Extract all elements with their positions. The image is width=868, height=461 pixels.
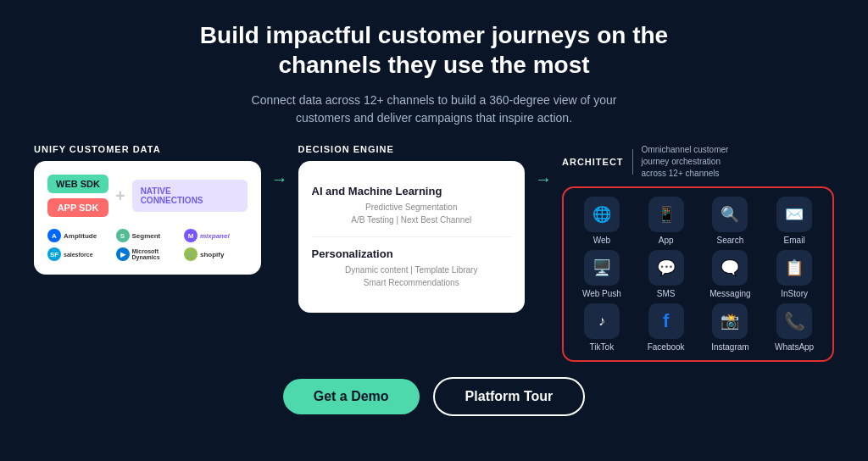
- amplitude-logo: A Amplitude: [47, 229, 111, 242]
- channel-messaging: 🗨️ Messaging: [701, 250, 760, 298]
- search-label: Search: [717, 236, 744, 245]
- subtitle-text: Connect data across 12+ channels to buil…: [252, 92, 617, 127]
- architect-card: 🌐 Web 📱 App 🔍 Search ✉️ Email 🖥️: [562, 186, 834, 362]
- whatsapp-icon: 📞: [776, 303, 812, 339]
- salesforce-logo: SF salesforce: [47, 247, 111, 261]
- decision-column: DECISION ENGINE AI and Machine Learning …: [298, 144, 526, 313]
- unify-label: UNIFY CUSTOMER DATA: [34, 144, 261, 154]
- arrow-1: →: [271, 144, 288, 189]
- native-connections-badge: NATIVECONNECTIONS: [132, 180, 248, 212]
- channel-sms: 💬 SMS: [637, 250, 696, 298]
- ai-sub: Predictive Segmentation A/B Testing | Ne…: [312, 201, 512, 226]
- instagram-icon: 📸: [712, 303, 748, 339]
- partner-logos: A Amplitude S Segment M mixpanel SF sale…: [47, 229, 248, 261]
- channel-grid: 🌐 Web 📱 App 🔍 Search ✉️ Email 🖥️: [572, 197, 824, 352]
- email-icon: ✉️: [776, 197, 812, 232]
- architect-desc: Omnichannel customer journey orchestrati…: [642, 144, 729, 180]
- unify-column: UNIFY CUSTOMER DATA WEB SDK APP SDK + NA…: [34, 144, 261, 275]
- channel-instagram: 📸 Instagram: [701, 303, 760, 352]
- ai-section: AI and Machine Learning Predictive Segme…: [312, 175, 512, 237]
- personalization-section: Personalization Dynamic content | Templa…: [312, 237, 512, 299]
- platform-tour-button[interactable]: Platform Tour: [433, 377, 586, 416]
- channel-search: 🔍 Search: [701, 197, 760, 245]
- channel-email: ✉️ Email: [765, 197, 824, 245]
- segment-logo: S Segment: [116, 229, 180, 242]
- web-sdk-badge: WEB SDK: [47, 175, 108, 193]
- web-push-icon: 🖥️: [584, 250, 620, 286]
- get-demo-button[interactable]: Get a Demo: [283, 379, 420, 414]
- arrow-2: →: [535, 144, 552, 189]
- facebook-label: Facebook: [648, 342, 685, 352]
- web-icon: 🌐: [584, 197, 620, 232]
- architect-header: ARCHITECT Omnichannel customer journey o…: [562, 144, 834, 180]
- email-label: Email: [784, 236, 805, 245]
- tiktok-icon: ♪: [584, 303, 620, 339]
- channel-facebook: f Facebook: [637, 303, 696, 352]
- shopify-logo: 🛒 shopify: [184, 247, 248, 261]
- personalization-sub: Dynamic content | Template Library Smart…: [312, 264, 512, 289]
- decision-card: AI and Machine Learning Predictive Segme…: [298, 161, 526, 313]
- architect-label: ARCHITECT: [562, 157, 624, 167]
- channel-web: 🌐 Web: [572, 197, 632, 245]
- tiktok-label: TikTok: [590, 342, 615, 352]
- channel-app: 📱 App: [637, 197, 696, 245]
- main-columns: UNIFY CUSTOMER DATA WEB SDK APP SDK + NA…: [34, 144, 834, 362]
- personalization-title: Personalization: [312, 247, 512, 260]
- messaging-icon: 🗨️: [712, 250, 748, 286]
- sms-icon: 💬: [648, 250, 684, 286]
- messaging-label: Messaging: [709, 289, 750, 298]
- plus-icon: +: [115, 186, 125, 206]
- buttons-row: Get a Demo Platform Tour: [283, 377, 586, 416]
- app-label: App: [659, 236, 674, 245]
- facebook-icon: f: [648, 303, 684, 339]
- app-icon: 📱: [648, 197, 684, 232]
- architect-divider: [632, 149, 633, 175]
- ai-title: AI and Machine Learning: [312, 185, 512, 197]
- channel-instory: 📋 InStory: [765, 250, 824, 298]
- web-label: Web: [593, 236, 610, 245]
- mixpanel-logo: M mixpanel: [184, 229, 248, 242]
- channel-tiktok: ♪ TikTok: [572, 303, 632, 352]
- unify-card: WEB SDK APP SDK + NATIVECONNECTIONS A Am…: [34, 161, 261, 275]
- microsoft-logo: ▶ MicrosoftDynamics: [116, 247, 180, 261]
- instagram-label: Instagram: [711, 342, 748, 352]
- main-title: Build impactful customer journeys on the…: [200, 20, 668, 80]
- web-push-label: Web Push: [582, 289, 621, 298]
- whatsapp-label: WhatsApp: [775, 342, 814, 352]
- app-sdk-badge: APP SDK: [47, 198, 108, 217]
- instory-icon: 📋: [776, 250, 812, 286]
- channel-whatsapp: 📞 WhatsApp: [765, 303, 824, 352]
- search-icon: 🔍: [712, 197, 748, 232]
- decision-label: DECISION ENGINE: [298, 144, 526, 154]
- architect-column: ARCHITECT Omnichannel customer journey o…: [562, 144, 834, 362]
- channel-web-push: 🖥️ Web Push: [572, 250, 632, 298]
- instory-label: InStory: [781, 289, 808, 298]
- sms-label: SMS: [657, 289, 676, 298]
